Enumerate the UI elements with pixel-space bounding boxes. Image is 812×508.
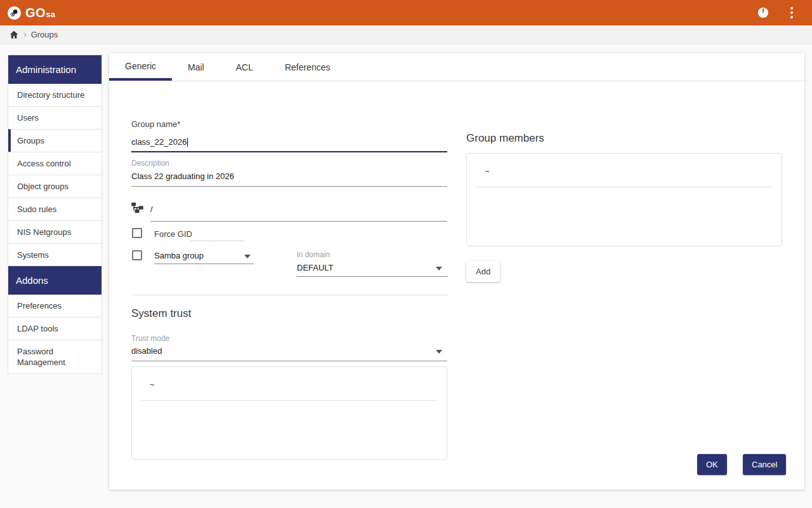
form-left-column: Group name* class_22_2026 Description Cl… <box>131 119 447 508</box>
force-gid-checkbox[interactable] <box>132 228 142 238</box>
tab-acl[interactable]: ACL <box>220 53 269 81</box>
force-gid-input[interactable] <box>190 231 244 241</box>
sidebar-item-directory-structure[interactable]: Directory structure <box>8 84 102 106</box>
base-underline <box>150 221 447 222</box>
in-domain-dropdown-arrow-icon[interactable] <box>436 267 442 271</box>
section-divider <box>131 295 447 295</box>
sidebar-item-preferences[interactable]: Preferences <box>8 295 102 317</box>
group-members-list[interactable]: ~ <box>466 153 782 246</box>
cancel-button[interactable]: Cancel <box>743 454 786 475</box>
in-domain-select[interactable]: DEFAULT <box>297 263 334 272</box>
system-trust-list[interactable]: ~ <box>131 366 447 460</box>
group-name-underline <box>131 151 447 152</box>
group-members-heading: Group members <box>466 132 544 145</box>
sidebar-item-nis-netgroups[interactable]: NIS Netgroups <box>8 220 102 243</box>
samba-group-checkbox[interactable] <box>132 250 142 260</box>
trust-mode-label: Trust mode <box>131 334 169 343</box>
samba-group-dropdown-arrow-icon[interactable] <box>244 255 251 258</box>
system-trust-heading: System trust <box>131 307 191 320</box>
samba-group-underline <box>154 264 254 264</box>
sidebar-item-sudo-rules[interactable]: Sudo rules <box>8 197 102 220</box>
sidebar-section-administration: Administration <box>8 55 102 84</box>
form-right-column: Group members ~ Add <box>466 119 782 508</box>
in-domain-underline <box>297 276 447 277</box>
overflow-menu-icon[interactable] <box>788 4 796 21</box>
tab-mail[interactable]: Mail <box>172 53 220 81</box>
sidebar-item-access-control[interactable]: Access control <box>8 152 102 175</box>
tab-bar: Generic Mail ACL References <box>109 53 804 81</box>
description-underline <box>131 186 447 187</box>
clock-icon[interactable] <box>757 7 769 18</box>
trust-mode-underline <box>131 361 447 361</box>
add-member-button[interactable]: Add <box>466 261 500 282</box>
rocket-icon <box>8 6 21 20</box>
group-editor-card: Generic Mail ACL References Group name* … <box>109 53 804 490</box>
text-cursor <box>187 138 188 147</box>
tab-content-generic: Group name* class_22_2026 Description Cl… <box>109 81 804 490</box>
page-body: Administration Directory structure Users… <box>0 44 812 508</box>
force-gid-label: Force GID <box>154 229 192 239</box>
sidebar-item-ldap-tools[interactable]: LDAP tools <box>8 317 102 340</box>
samba-group-select[interactable]: Samba group <box>154 251 204 260</box>
ok-button[interactable]: OK <box>697 454 727 475</box>
tab-references[interactable]: References <box>269 53 346 81</box>
sidebar-item-users[interactable]: Users <box>8 106 102 129</box>
description-label: Description <box>131 159 169 168</box>
sidebar-item-password-management[interactable]: Password Management <box>8 340 102 373</box>
group-name-label: Group name* <box>131 119 180 129</box>
home-icon[interactable] <box>9 30 19 39</box>
in-domain-label: in domain <box>297 250 330 259</box>
breadcrumb-current[interactable]: Groups <box>31 30 58 39</box>
sidebar-item-object-groups[interactable]: Object groups <box>8 175 102 197</box>
breadcrumb: › Groups <box>0 25 812 44</box>
base-input[interactable]: / <box>150 204 153 214</box>
trust-mode-select[interactable]: disabled <box>131 346 162 356</box>
breadcrumb-chevron-icon: › <box>23 29 27 39</box>
gosa-logo[interactable]: GOsa <box>8 6 56 20</box>
description-input[interactable]: Class 22 graduating in 2026 <box>131 171 234 181</box>
system-trust-list-placeholder: ~ <box>150 380 155 389</box>
group-members-list-placeholder: ~ <box>485 166 490 176</box>
logo-text: GOsa <box>25 6 56 20</box>
base-tree-icon[interactable] <box>131 203 143 216</box>
sidebar-item-groups[interactable]: Groups <box>8 129 102 152</box>
group-name-input[interactable]: class_22_2026 <box>131 137 188 147</box>
trust-mode-dropdown-arrow-icon[interactable] <box>436 350 442 354</box>
tab-generic[interactable]: Generic <box>109 53 172 81</box>
sidebar-nav: Administration Directory structure Users… <box>8 55 102 374</box>
top-app-bar: GOsa <box>0 0 812 25</box>
sidebar-item-systems[interactable]: Systems <box>8 243 102 266</box>
sidebar-section-addons: Addons <box>8 266 102 295</box>
list-divider <box>476 187 772 187</box>
list-divider <box>141 400 437 401</box>
